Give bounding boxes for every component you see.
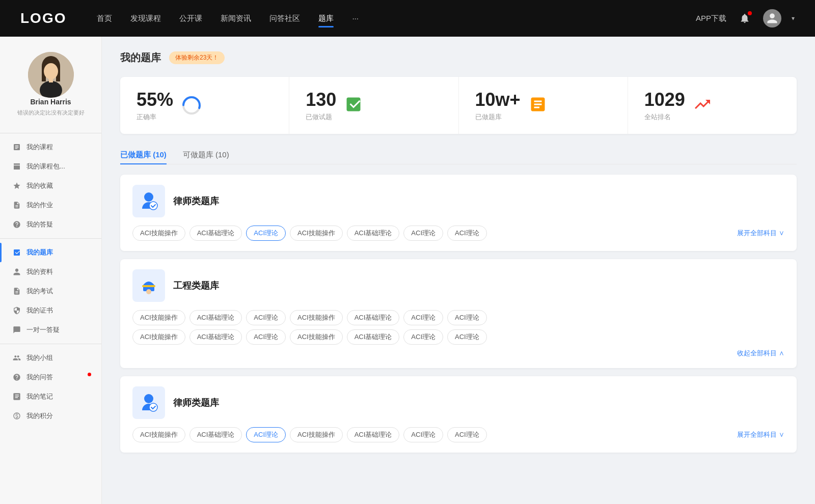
sidebar-item-one-on-one[interactable]: 一对一答疑 xyxy=(0,320,101,340)
courses-icon xyxy=(12,143,21,152)
engineer-icon xyxy=(138,275,159,296)
tag[interactable]: ACI基础理论 xyxy=(347,329,400,345)
sidebar-item-my-courses[interactable]: 我的课程 xyxy=(0,137,101,157)
accuracy-icon xyxy=(181,95,202,116)
tag[interactable]: ACI理论 xyxy=(447,329,487,345)
tag[interactable]: ACI理论 xyxy=(403,329,443,345)
bank-2-tags-row2: ACI技能操作 ACI基础理论 ACI理论 ACI技能操作 ACI基础理论 AC… xyxy=(132,329,784,345)
bank-2-icon-wrap xyxy=(132,269,165,302)
accuracy-value: 55% xyxy=(137,89,173,110)
sidebar-item-homework[interactable]: 我的作业 xyxy=(0,195,101,215)
done-banks-value: 10w+ xyxy=(475,89,521,110)
tag[interactable]: ACI理论 xyxy=(447,310,487,325)
tag[interactable]: ACI技能操作 xyxy=(132,226,185,241)
page-body: Brian Harris 错误的决定比没有决定要好 我的课程 我的课程包... … xyxy=(0,37,815,504)
course-packages-icon xyxy=(12,162,21,171)
tag[interactable]: ACI基础理论 xyxy=(347,226,400,241)
done-banks-label: 已做题库 xyxy=(475,113,521,122)
tag[interactable]: ACI理论 xyxy=(447,427,487,442)
tag-selected[interactable]: ACI理论 xyxy=(246,427,286,442)
sidebar-label-favorites: 我的收藏 xyxy=(26,181,53,190)
bank-card-2-header: 工程类题库 xyxy=(132,269,784,302)
divider-3 xyxy=(0,344,101,344)
sidebar-item-profile-data[interactable]: 我的资料 xyxy=(0,262,101,282)
tag[interactable]: ACI技能操作 xyxy=(132,427,185,442)
tag[interactable]: ACI基础理论 xyxy=(347,310,400,325)
sidebar-label-points: 我的积分 xyxy=(26,411,53,421)
profile-section: Brian Harris 错误的决定比没有决定要好 xyxy=(0,52,101,129)
nav-right: APP下载 ▾ xyxy=(696,9,795,27)
nav-dropdown-chevron[interactable]: ▾ xyxy=(792,15,795,22)
sidebar-label-notes: 我的笔记 xyxy=(26,392,53,401)
points-icon xyxy=(12,411,21,421)
sidebar-label-questions: 我的答疑 xyxy=(26,220,53,229)
tag[interactable]: ACI理论 xyxy=(403,427,443,442)
sidebar-item-questions[interactable]: 我的答疑 xyxy=(0,215,101,234)
tag[interactable]: ACI技能操作 xyxy=(290,226,343,241)
app-download-button[interactable]: APP下载 xyxy=(696,14,726,23)
nav-discover[interactable]: 发现课程 xyxy=(130,12,161,25)
tag[interactable]: ACI理论 xyxy=(403,310,443,325)
profile-avatar xyxy=(28,52,74,98)
tag[interactable]: ACI理论 xyxy=(246,310,286,325)
svg-point-14 xyxy=(144,394,153,403)
bank-card-2: 工程类题库 ACI技能操作 ACI基础理论 ACI理论 ACI技能操作 ACI基… xyxy=(120,259,797,368)
tag[interactable]: ACI基础理论 xyxy=(347,427,400,442)
tag[interactable]: ACI技能操作 xyxy=(290,310,343,325)
tag[interactable]: ACI基础理论 xyxy=(189,427,242,442)
my-qa-icon xyxy=(12,373,21,382)
nav-open-course[interactable]: 公开课 xyxy=(179,12,202,25)
sidebar-label-homework: 我的作业 xyxy=(26,201,53,210)
main-content: 我的题库 体验剩余23天！ 55% 正确率 130 xyxy=(102,37,815,504)
tag[interactable]: ACI技能操作 xyxy=(290,329,343,345)
sidebar-item-certificates[interactable]: 我的证书 xyxy=(0,301,101,320)
nav-home[interactable]: 首页 xyxy=(97,12,112,25)
bank-3-icon-wrap xyxy=(132,386,165,419)
collapse-bank-2[interactable]: 收起全部科目 ∧ xyxy=(737,349,784,358)
avatar[interactable] xyxy=(763,9,781,27)
sidebar-item-points[interactable]: 我的积分 xyxy=(0,406,101,426)
sidebar-item-exams[interactable]: 我的考试 xyxy=(0,282,101,301)
expand-bank-3[interactable]: 展开全部科目 ∨ xyxy=(737,430,784,439)
bank-card-3-header: 律师类题库 xyxy=(132,386,784,419)
nav-news[interactable]: 新闻资讯 xyxy=(221,12,251,25)
sidebar-item-favorites[interactable]: 我的收藏 xyxy=(0,176,101,195)
done-questions-label: 已做试题 xyxy=(306,113,336,122)
tag[interactable]: ACI基础理论 xyxy=(189,310,242,325)
logo[interactable]: LOGO xyxy=(20,10,66,26)
bank-1-title: 律师类题库 xyxy=(173,195,219,207)
sidebar-label-certificates: 我的证书 xyxy=(26,306,53,315)
nav-more[interactable]: ··· xyxy=(352,12,359,25)
sidebar-item-groups[interactable]: 我的小组 xyxy=(0,348,101,368)
tag-selected[interactable]: ACI理论 xyxy=(246,226,286,241)
qa-notification-dot xyxy=(88,373,91,376)
tag[interactable]: ACI技能操作 xyxy=(132,310,185,325)
page-title: 我的题库 xyxy=(120,51,161,65)
bank-2-title: 工程类题库 xyxy=(173,279,219,292)
notes-icon xyxy=(12,392,21,401)
stat-done-questions: 130 已做试题 xyxy=(289,77,458,134)
tag[interactable]: ACI基础理论 xyxy=(189,329,242,345)
tag[interactable]: ACI基础理论 xyxy=(189,226,242,241)
tag[interactable]: ACI理论 xyxy=(246,329,286,345)
notification-bell[interactable] xyxy=(737,10,753,26)
nav-qa[interactable]: 问答社区 xyxy=(269,12,300,25)
profile-data-icon xyxy=(12,267,21,276)
lawyer-icon xyxy=(138,190,159,212)
tag[interactable]: ACI理论 xyxy=(447,226,487,241)
sidebar-label-question-bank: 我的题库 xyxy=(26,248,53,257)
tag[interactable]: ACI理论 xyxy=(403,226,443,241)
expand-bank-1[interactable]: 展开全部科目 ∨ xyxy=(737,229,784,238)
svg-point-4 xyxy=(44,63,58,79)
sidebar-item-my-qa[interactable]: 我的问答 xyxy=(0,368,101,387)
tag[interactable]: ACI技能操作 xyxy=(132,329,185,345)
tag[interactable]: ACI技能操作 xyxy=(290,427,343,442)
sidebar-item-notes[interactable]: 我的笔记 xyxy=(0,387,101,406)
svg-point-15 xyxy=(149,403,157,411)
sidebar-item-course-packages[interactable]: 我的课程包... xyxy=(0,157,101,176)
tab-available-banks[interactable]: 可做题库 (10) xyxy=(183,146,229,164)
sidebar-item-question-bank[interactable]: 我的题库 xyxy=(0,243,101,262)
tab-done-banks[interactable]: 已做题库 (10) xyxy=(120,146,167,164)
nav-question-bank[interactable]: 题库 xyxy=(318,12,334,25)
certificates-icon xyxy=(12,306,21,315)
